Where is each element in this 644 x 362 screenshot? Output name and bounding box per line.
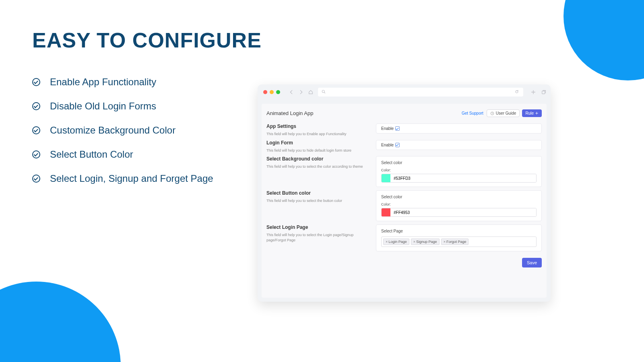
feature-text: Enable App Functionality [50,76,156,88]
feature-text: Customize Background Color [50,125,175,136]
save-button[interactable]: Save [522,258,542,267]
enable-label: Enable [381,143,394,147]
app-title: Animated Login App [266,110,313,116]
back-icon[interactable] [288,89,295,95]
app-footer: Save [262,255,547,271]
feature-item: Disable Old Login Forms [32,101,213,112]
color-swatch[interactable] [382,174,390,182]
app-panel: Animated Login App Get Support User Guid… [262,104,547,298]
enable-checkbox[interactable] [395,126,400,131]
remove-tag-icon[interactable]: × [413,240,415,244]
close-icon[interactable] [263,90,267,94]
forward-icon[interactable] [298,89,304,95]
address-bar[interactable] [318,88,523,97]
field-label: Color: [381,202,537,206]
check-icon [32,175,40,183]
feature-item: Select Button Color [32,149,213,160]
user-guide-label: User Guide [496,111,516,115]
feature-item: Enable App Functionality [32,76,213,88]
tabs-icon[interactable] [541,89,547,95]
user-guide-button[interactable]: User Guide [487,109,520,117]
browser-topbar [258,84,551,100]
section-heading: Select Button color [266,190,371,196]
field-label: Color: [381,168,537,172]
color-input[interactable] [390,174,536,182]
check-icon [32,150,40,158]
tag-label: Forgot Page [446,240,466,244]
section-login-form: Login Form This field will help you to h… [262,140,547,156]
enable-label: Enable [381,126,394,131]
section-login-page: Select Login Page This field will help y… [262,224,547,255]
section-desc: This field will help you to select the c… [266,164,371,169]
search-icon [321,89,327,95]
feature-item: Customize Background Color [32,125,213,136]
page-tag[interactable]: ×Forgot Page [441,239,469,245]
svg-rect-1 [542,91,545,94]
page-tag[interactable]: ×Signup Page [411,239,440,245]
section-desc: This field will help you to Enable app F… [266,132,371,137]
check-icon [32,78,40,86]
feature-text: Disable Old Login Forms [50,101,156,112]
new-tab-icon[interactable] [530,89,536,95]
color-input[interactable] [390,208,536,216]
section-desc: This field will help you to select the b… [266,198,371,204]
section-heading: App Settings [266,123,371,129]
page-title: EASY TO CONFIGURE [32,28,262,52]
section-heading: Select Login Page [266,224,371,230]
section-app-settings: App Settings This field will help you to… [262,123,547,140]
app-header: Animated Login App Get Support User Guid… [262,104,547,123]
section-background-color: Select Background color This field will … [262,156,547,190]
section-heading: Login Form [266,140,371,146]
feature-item: Select Login, Signup and Forget Page [32,173,213,184]
section-desc: This field will help you to select the L… [266,232,371,243]
color-swatch[interactable] [382,208,390,216]
section-desc: This field will help you to hide default… [266,148,371,153]
feature-text: Select Login, Signup and Forget Page [50,173,213,184]
decor-top-right [564,0,644,80]
home-icon[interactable] [308,89,314,95]
minimize-icon[interactable] [270,90,274,94]
window-controls [263,90,280,94]
check-icon [32,102,40,110]
tag-label: Login Page [388,240,407,244]
section-button-color: Select Button color This field will help… [262,190,547,224]
clock-icon [490,111,494,115]
card-heading: Select color [381,160,537,165]
nav-buttons [288,89,314,95]
maximize-icon[interactable] [276,90,280,94]
feature-list: Enable App Functionality Disable Old Log… [32,76,213,197]
remove-tag-icon[interactable]: × [444,240,446,244]
reload-icon[interactable] [514,89,520,95]
decor-bottom-left [0,282,121,362]
rule-label: Rule [525,111,534,115]
rule-button[interactable]: Rule [522,109,542,117]
browser-window: Animated Login App Get Support User Guid… [258,84,551,302]
tag-label: Signup Page [416,240,437,244]
page-tag[interactable]: ×Login Page [383,239,409,245]
page-tag-input[interactable]: ×Login Page ×Signup Page ×Forgot Page [381,237,537,247]
section-heading: Select Background color [266,156,371,162]
plus-icon [535,111,539,115]
get-support-link[interactable]: Get Support [462,111,483,115]
remove-tag-icon[interactable]: × [386,240,388,244]
card-heading: Select color [381,195,537,199]
feature-text: Select Button Color [50,149,133,160]
enable-checkbox[interactable] [395,143,400,147]
card-heading: Select Page [381,229,537,233]
check-icon [32,126,40,134]
